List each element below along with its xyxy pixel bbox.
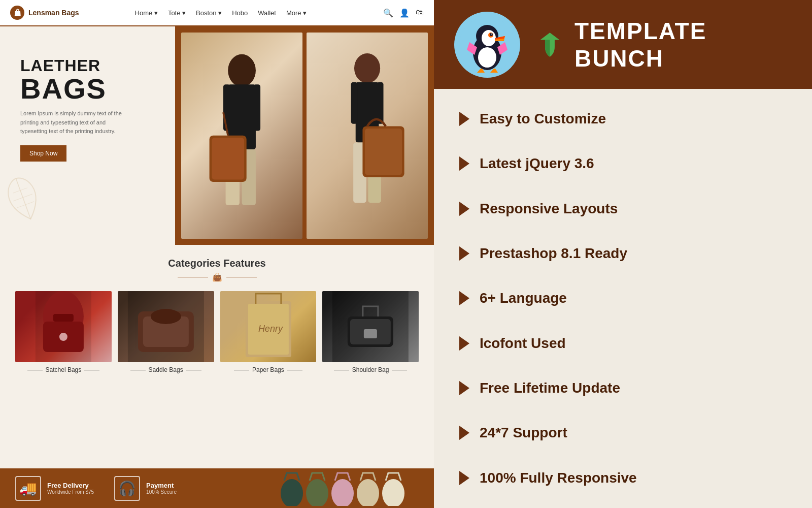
categories-title: Categories Features <box>15 258 419 269</box>
feature-item-5: Icofont Used <box>459 335 787 352</box>
nav-home[interactable]: Home ▾ <box>135 9 158 17</box>
user-icon[interactable]: 👤 <box>399 8 410 18</box>
svg-line-2 <box>13 194 32 201</box>
feature-arrow-2 <box>459 202 469 216</box>
footer-payment-title: Payment <box>146 482 177 489</box>
svg-point-40 <box>357 479 379 506</box>
category-name-satchel: Satchel Bags <box>46 366 82 373</box>
navbar: Lensman Bags Home ▾ Tote ▾ Boston ▾ Hobo… <box>0 0 434 26</box>
truck-icon: 🚚 <box>15 476 41 501</box>
footer-payment-subtitle: 100% Secure <box>146 489 177 495</box>
nav-tote[interactable]: Tote ▾ <box>168 9 186 17</box>
hero-left: LAETHER BAGS Lorem Ipsum is simply dummy… <box>0 26 175 245</box>
nav-boston[interactable]: Boston ▾ <box>196 9 222 17</box>
svg-rect-16 <box>377 82 384 124</box>
svg-point-13 <box>354 53 380 83</box>
svg-text:Henry: Henry <box>258 324 283 334</box>
svg-rect-24 <box>53 314 74 322</box>
category-label-paper: Paper Bags <box>220 366 317 373</box>
svg-point-41 <box>382 479 404 506</box>
category-item-shoulder[interactable]: Shoulder Bag <box>322 291 419 373</box>
hero-model-image-1 <box>181 33 302 239</box>
features-list: Easy to Customize Latest jQuery 3.6 Resp… <box>434 89 812 508</box>
feature-text-7: 24*7 Support <box>480 425 567 441</box>
feature-text-5: Icofont Used <box>480 335 566 352</box>
svg-rect-36 <box>364 329 377 338</box>
feature-text-2: Responsive Layouts <box>480 201 618 217</box>
svg-rect-20 <box>365 129 402 175</box>
feature-item-0: Easy to Customize <box>459 111 787 127</box>
svg-rect-7 <box>253 85 260 131</box>
footer-payment-text: Payment 100% Secure <box>146 482 177 495</box>
feature-text-4: 6+ Language <box>480 290 567 306</box>
tb-brand-name: TEMPLATE BUNCH <box>574 17 792 72</box>
category-item-satchel[interactable]: Satchel Bags <box>15 291 112 373</box>
svg-point-29 <box>151 309 181 324</box>
svg-point-44 <box>478 47 496 68</box>
feature-text-8: 100% Fully Responsive <box>480 470 637 486</box>
svg-point-38 <box>306 479 328 506</box>
category-label-satchel: Satchel Bags <box>15 366 112 373</box>
tb-brand: TEMPLATE BUNCH <box>535 17 792 72</box>
feature-item-7: 24*7 Support <box>459 425 787 441</box>
category-label-shoulder: Shoulder Bag <box>322 366 419 373</box>
feature-item-4: 6+ Language <box>459 290 787 306</box>
categories-divider: 👜 <box>15 272 419 282</box>
category-label-saddle: Saddle Bags <box>118 366 214 373</box>
navbar-icons[interactable]: 🔍 👤 🛍 <box>383 8 424 18</box>
footer-bar: 🚚 Free Delivery Worldwide From $75 🎧 Pay… <box>0 468 434 508</box>
feature-text-3: Prestashop 8.1 Ready <box>480 245 627 262</box>
website-preview: Lensman Bags Home ▾ Tote ▾ Boston ▾ Hobo… <box>0 0 434 508</box>
cart-icon[interactable]: 🛍 <box>416 8 424 18</box>
category-item-saddle[interactable]: Saddle Bags <box>118 291 214 373</box>
nav-more[interactable]: More ▾ <box>286 9 307 17</box>
brand: Lensman Bags <box>10 6 79 20</box>
category-name-shoulder: Shoulder Bag <box>352 366 389 373</box>
svg-rect-6 <box>223 85 230 131</box>
nav-wallet[interactable]: Wallet <box>258 9 276 17</box>
footer-delivery-title: Free Delivery <box>47 482 94 489</box>
feature-arrow-3 <box>459 246 469 261</box>
svg-point-37 <box>281 479 303 506</box>
footer-feature-payment: 🎧 Payment 100% Secure <box>114 476 177 501</box>
feature-item-6: Free Lifetime Update <box>459 380 787 396</box>
svg-point-25 <box>59 333 67 341</box>
feature-text-6: Free Lifetime Update <box>480 380 620 396</box>
feature-arrow-5 <box>459 336 469 351</box>
divider-right <box>226 277 257 277</box>
headset-icon: 🎧 <box>114 476 140 501</box>
hero-title-line2: BAGS <box>20 75 160 103</box>
feature-arrow-6 <box>459 381 469 395</box>
search-icon[interactable]: 🔍 <box>383 8 393 18</box>
svg-rect-11 <box>212 138 244 180</box>
category-name-paper: Paper Bags <box>252 366 284 373</box>
feature-arrow-1 <box>459 156 469 171</box>
feature-text-1: Latest jQuery 3.6 <box>480 155 594 172</box>
svg-line-3 <box>17 202 34 208</box>
category-image-shoulder <box>322 291 419 362</box>
svg-point-4 <box>228 54 256 87</box>
hero-description: Lorem Ipsum is simply dummy text of the … <box>20 109 122 136</box>
hero-right <box>175 26 434 245</box>
brand-name: Lensman Bags <box>28 9 79 17</box>
svg-point-48 <box>490 33 493 36</box>
category-item-paper[interactable]: Henry Paper Bags <box>220 291 317 373</box>
feature-arrow-0 <box>459 112 469 126</box>
shop-now-button[interactable]: Shop Now <box>20 145 66 162</box>
tb-header: TEMPLATE BUNCH <box>434 0 812 89</box>
feature-item-8: 100% Fully Responsive <box>459 470 787 486</box>
hero-section: LAETHER BAGS Lorem Ipsum is simply dummy… <box>0 26 434 245</box>
navbar-nav[interactable]: Home ▾ Tote ▾ Boston ▾ Hobo Wallet More … <box>135 9 307 17</box>
categories-section: Categories Features 👜 <box>0 245 434 381</box>
svg-rect-15 <box>351 82 358 124</box>
tb-puffin-logo <box>454 12 520 78</box>
footer-delivery-subtitle: Worldwide From $75 <box>47 489 94 495</box>
divider-left <box>178 277 208 277</box>
svg-line-0 <box>16 178 30 219</box>
feature-item-1: Latest jQuery 3.6 <box>459 155 787 172</box>
hero-title-line1: LAETHER <box>20 57 160 75</box>
category-image-satchel <box>15 291 112 362</box>
svg-point-46 <box>482 30 496 46</box>
nav-hobo[interactable]: Hobo <box>232 9 248 17</box>
svg-point-49 <box>491 34 492 35</box>
